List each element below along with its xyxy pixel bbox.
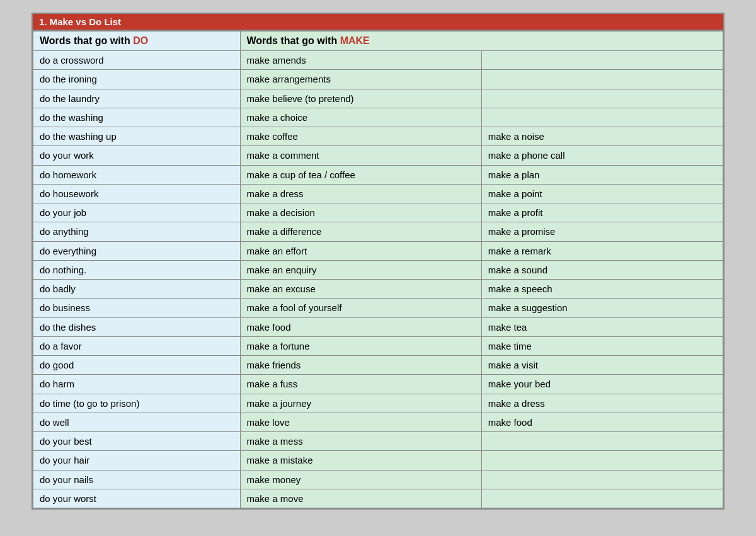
do-cell: do your worst: [33, 489, 241, 508]
make-col2-cell: make a promise: [481, 222, 723, 241]
table-row: do the ironingmake arrangements: [33, 70, 723, 89]
make-col2-cell: make a dress: [481, 394, 723, 413]
table-row: do harmmake a fussmake your bed: [33, 375, 723, 394]
make-col2-cell: make a visit: [481, 356, 723, 375]
make-col2-cell: [481, 470, 723, 489]
make-col2-cell: make food: [481, 413, 723, 431]
do-cell: do everything: [33, 241, 241, 260]
table-row: do the washingmake a choice: [33, 108, 723, 127]
make-col2-cell: make a speech: [481, 280, 723, 299]
do-cell: do the dishes: [33, 317, 241, 336]
make-vs-do-table: Words that go with DO Words that go with…: [33, 31, 723, 508]
table-row: do the dishesmake foodmake tea: [33, 317, 723, 336]
make-col1-cell: make a fuss: [240, 375, 481, 394]
do-cell: do a favor: [33, 336, 241, 355]
table-row: do your worstmake a move: [33, 489, 723, 508]
table-row: do your nailsmake money: [33, 470, 723, 489]
make-col1-cell: make believe (to pretend): [240, 89, 481, 108]
do-cell: do nothing.: [33, 260, 241, 279]
table-row: do the laundrymake believe (to pretend): [33, 89, 723, 108]
make-col2-cell: make a remark: [481, 241, 723, 260]
make-col1-cell: make a fortune: [240, 336, 481, 355]
table-row: do your bestmake a mess: [33, 432, 723, 451]
do-cell: do time (to go to prison): [33, 394, 241, 413]
table-row: do goodmake friendsmake a visit: [33, 356, 723, 375]
make-col1-cell: make a comment: [240, 146, 481, 165]
make-col1-cell: make a dress: [240, 184, 481, 203]
make-col2-cell: [481, 489, 723, 508]
table-row: do badlymake an excusemake a speech: [33, 280, 723, 299]
page-title: 1. Make vs Do List: [39, 16, 121, 27]
make-col1-cell: make arrangements: [240, 70, 481, 89]
make-col1-cell: make an enquiry: [240, 260, 481, 279]
header-make: Words that go with MAKE: [240, 31, 723, 51]
table-row: do time (to go to prison)make a journeym…: [33, 394, 723, 413]
table-row: do homeworkmake a cup of tea / coffeemak…: [33, 165, 723, 184]
do-cell: do harm: [33, 375, 241, 394]
make-col2-cell: make a profit: [481, 203, 723, 222]
make-col1-cell: make coffee: [240, 127, 481, 146]
table-row: do your hairmake a mistake: [33, 451, 723, 470]
make-col1-cell: make a cup of tea / coffee: [240, 165, 481, 184]
make-col1-cell: make a mistake: [240, 451, 481, 470]
table-row: do wellmake lovemake food: [33, 413, 723, 431]
make-col1-cell: make a choice: [240, 108, 481, 127]
do-cell: do the ironing: [33, 70, 241, 89]
table-row: do businessmake a fool of yourselfmake a…: [33, 299, 723, 317]
make-col1-cell: make a journey: [240, 394, 481, 413]
table-row: do nothing.make an enquirymake a sound: [33, 260, 723, 279]
make-col1-cell: make a difference: [240, 222, 481, 241]
do-cell: do business: [33, 299, 241, 317]
make-col1-cell: make a fool of yourself: [240, 299, 481, 317]
table-row: do the washing upmake coffeemake a noise: [33, 127, 723, 146]
make-col1-cell: make friends: [240, 356, 481, 375]
do-cell: do badly: [33, 280, 241, 299]
make-col1-cell: make a decision: [240, 203, 481, 222]
do-cell: do the laundry: [33, 89, 241, 108]
make-col1-cell: make an effort: [240, 241, 481, 260]
make-col1-cell: make an excuse: [240, 280, 481, 299]
make-col1-cell: make a move: [240, 489, 481, 508]
do-cell: do anything: [33, 222, 241, 241]
make-col2-cell: make tea: [481, 317, 723, 336]
make-col2-cell: make a plan: [481, 165, 723, 184]
make-col1-cell: make love: [240, 413, 481, 431]
make-col2-cell: [481, 51, 723, 70]
title-bar: 1. Make vs Do List: [33, 14, 723, 31]
main-container: 1. Make vs Do List Words that go with DO…: [32, 13, 724, 510]
table-row: do your workmake a commentmake a phone c…: [33, 146, 723, 165]
table-row: do a crosswordmake amends: [33, 51, 723, 70]
do-cell: do homework: [33, 165, 241, 184]
make-col2-cell: make time: [481, 336, 723, 355]
do-cell: do the washing: [33, 108, 241, 127]
make-col2-cell: [481, 70, 723, 89]
do-cell: do the washing up: [33, 127, 241, 146]
do-cell: do housework: [33, 184, 241, 203]
make-col2-cell: make a noise: [481, 127, 723, 146]
table-row: do anythingmake a differencemake a promi…: [33, 222, 723, 241]
make-col1-cell: make money: [240, 470, 481, 489]
table-row: do houseworkmake a dressmake a point: [33, 184, 723, 203]
table-row: do your jobmake a decisionmake a profit: [33, 203, 723, 222]
table-row: do everythingmake an effortmake a remark: [33, 241, 723, 260]
table-row: do a favormake a fortunemake time: [33, 336, 723, 355]
make-col2-cell: make a sound: [481, 260, 723, 279]
do-cell: do a crossword: [33, 51, 241, 70]
do-cell: do your work: [33, 146, 241, 165]
do-cell: do your nails: [33, 470, 241, 489]
do-cell: do your job: [33, 203, 241, 222]
make-col2-cell: [481, 108, 723, 127]
make-col1-cell: make food: [240, 317, 481, 336]
do-cell: do your hair: [33, 451, 241, 470]
header-do: Words that go with DO: [33, 31, 241, 51]
make-col2-cell: make a point: [481, 184, 723, 203]
make-col2-cell: [481, 89, 723, 108]
make-col2-cell: [481, 451, 723, 470]
make-col2-cell: make a phone call: [481, 146, 723, 165]
do-cell: do good: [33, 356, 241, 375]
make-col1-cell: make amends: [240, 51, 481, 70]
do-cell: do well: [33, 413, 241, 431]
make-col2-cell: make your bed: [481, 375, 723, 394]
make-col2-cell: make a suggestion: [481, 299, 723, 317]
make-col1-cell: make a mess: [240, 432, 481, 451]
